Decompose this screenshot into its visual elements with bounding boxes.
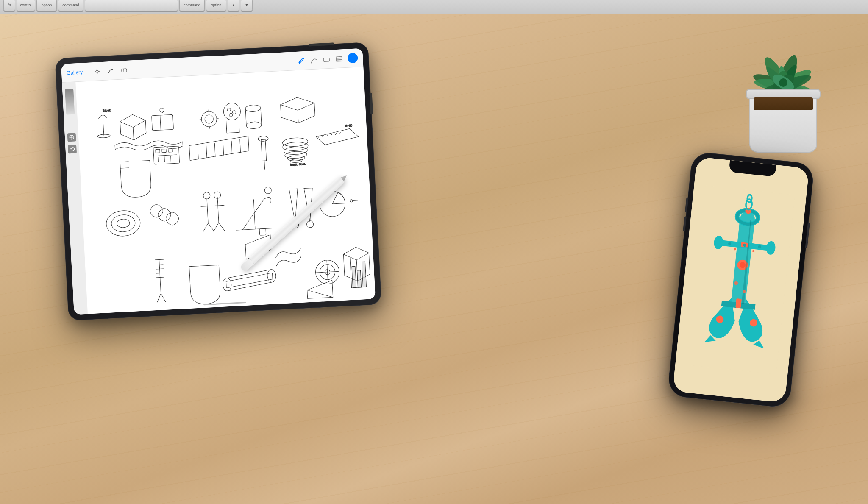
svg-point-38 bbox=[232, 111, 236, 114]
svg-line-41 bbox=[245, 109, 246, 125]
svg-rect-117 bbox=[259, 228, 266, 235]
sidebar-opacity-slider[interactable] bbox=[65, 89, 75, 115]
svg-line-92 bbox=[304, 188, 312, 188]
svg-line-42 bbox=[261, 108, 262, 125]
svg-line-111 bbox=[156, 273, 164, 273]
svg-line-95 bbox=[332, 203, 345, 204]
sidebar-eyedropper[interactable] bbox=[67, 133, 76, 142]
svg-rect-26 bbox=[152, 114, 174, 131]
anchor-illustration bbox=[686, 181, 796, 379]
svg-line-116 bbox=[308, 297, 333, 298]
eraser-tool-icon[interactable] bbox=[322, 55, 331, 64]
ipad-device: Gallery bbox=[55, 42, 381, 321]
svg-point-43 bbox=[246, 121, 262, 129]
svg-line-76 bbox=[339, 133, 340, 134]
svg-point-78 bbox=[111, 214, 136, 232]
iphone-screen bbox=[673, 157, 810, 403]
key-option-left[interactable]: option bbox=[36, 0, 57, 11]
key-arrow-down[interactable]: ▼ bbox=[241, 0, 253, 11]
svg-point-29 bbox=[160, 108, 164, 112]
svg-line-73 bbox=[327, 134, 328, 136]
svg-point-40 bbox=[245, 105, 261, 112]
svg-line-45 bbox=[183, 142, 183, 146]
layers-icon[interactable] bbox=[335, 54, 344, 63]
iphone-artwork bbox=[673, 157, 810, 403]
toolbar-right-group bbox=[297, 53, 358, 66]
smudge-icon[interactable] bbox=[106, 66, 115, 75]
key-fn[interactable]: fn bbox=[3, 0, 15, 11]
plant bbox=[724, 0, 843, 161]
svg-line-24 bbox=[103, 118, 104, 135]
svg-rect-17 bbox=[323, 58, 329, 61]
svg-line-27 bbox=[160, 115, 161, 130]
svg-rect-18 bbox=[336, 56, 342, 58]
svg-rect-19 bbox=[336, 58, 342, 60]
svg-rect-122 bbox=[362, 262, 366, 287]
svg-point-37 bbox=[227, 108, 231, 111]
plant-leaves bbox=[732, 0, 834, 100]
svg-line-98 bbox=[353, 200, 358, 201]
svg-rect-20 bbox=[336, 60, 342, 61]
svg-line-49 bbox=[142, 167, 150, 167]
svg-rect-14 bbox=[122, 68, 127, 72]
key-arrow-up[interactable]: ▲ bbox=[228, 0, 239, 11]
brush-icon[interactable] bbox=[297, 56, 306, 65]
iphone-device bbox=[667, 151, 815, 408]
svg-line-47 bbox=[141, 160, 150, 161]
svg-rect-51 bbox=[156, 149, 160, 153]
key-option-right[interactable]: option bbox=[206, 0, 226, 11]
modify-icon[interactable] bbox=[93, 67, 102, 76]
gallery-button[interactable]: Gallery bbox=[67, 69, 83, 76]
svg-line-46 bbox=[120, 162, 128, 162]
svg-line-88 bbox=[289, 189, 298, 189]
svg-point-36 bbox=[223, 103, 241, 120]
svg-line-63 bbox=[240, 139, 241, 153]
svg-line-115 bbox=[307, 290, 308, 298]
svg-point-97 bbox=[350, 199, 353, 202]
svg-line-56 bbox=[164, 157, 165, 162]
svg-line-55 bbox=[158, 157, 159, 162]
svg-line-83 bbox=[253, 200, 255, 229]
svg-line-99 bbox=[189, 265, 219, 267]
leaves-svg bbox=[732, 0, 834, 100]
svg-point-64 bbox=[258, 136, 269, 142]
svg-rect-120 bbox=[352, 266, 356, 287]
sidebar-undo[interactable] bbox=[68, 145, 77, 153]
plant-soil bbox=[754, 97, 813, 110]
svg-rect-52 bbox=[162, 149, 166, 153]
svg-point-13 bbox=[779, 78, 787, 87]
svg-rect-121 bbox=[357, 270, 361, 287]
erase-icon[interactable] bbox=[120, 65, 128, 74]
smudge-tool-icon[interactable] bbox=[309, 56, 318, 64]
svg-line-110 bbox=[156, 269, 164, 269]
svg-line-113 bbox=[157, 293, 161, 302]
svg-line-54 bbox=[156, 155, 177, 156]
svg-point-101 bbox=[267, 269, 276, 282]
svg-line-62 bbox=[231, 141, 232, 154]
svg-line-102 bbox=[226, 270, 272, 278]
svg-point-31 bbox=[205, 114, 214, 123]
svg-point-39 bbox=[229, 113, 233, 117]
svg-point-100 bbox=[223, 278, 232, 291]
svg-line-48 bbox=[120, 168, 129, 168]
svg-line-57 bbox=[171, 156, 171, 162]
key-command-left[interactable]: command bbox=[58, 0, 83, 11]
svg-line-60 bbox=[214, 143, 215, 156]
svg-line-118 bbox=[350, 258, 352, 288]
svg-line-74 bbox=[331, 134, 332, 136]
toolbar-icons bbox=[93, 65, 129, 75]
svg-line-58 bbox=[198, 146, 199, 159]
svg-line-114 bbox=[161, 293, 166, 302]
key-space[interactable] bbox=[85, 0, 178, 11]
svg-line-96 bbox=[332, 192, 339, 204]
svg-line-61 bbox=[223, 142, 224, 155]
svg-rect-53 bbox=[168, 149, 172, 153]
svg-text:S=50: S=50 bbox=[345, 124, 352, 127]
svg-rect-136 bbox=[735, 298, 742, 308]
svg-line-112 bbox=[156, 277, 164, 278]
key-control[interactable]: control bbox=[17, 0, 35, 11]
color-picker[interactable] bbox=[348, 53, 358, 63]
key-command-right[interactable]: command bbox=[179, 0, 205, 11]
svg-point-77 bbox=[106, 210, 141, 237]
ipad-screen: Gallery bbox=[61, 48, 376, 315]
